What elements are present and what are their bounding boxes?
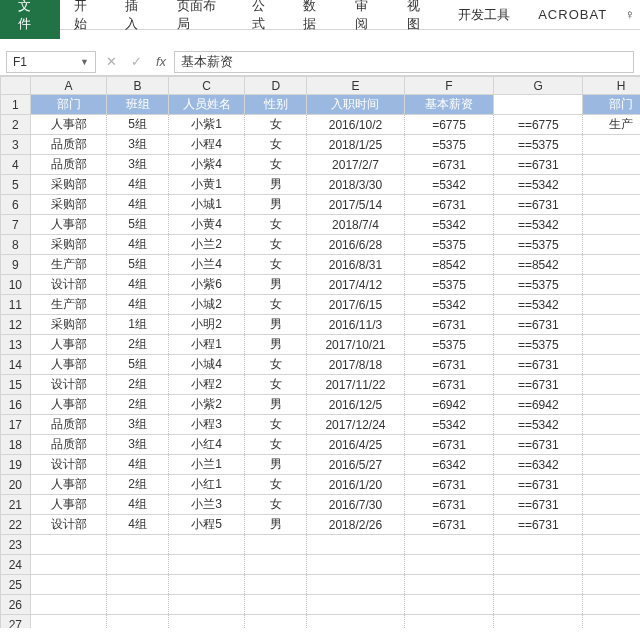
cell[interactable]: =5342 <box>404 415 493 435</box>
tab-review[interactable]: 审阅 <box>341 0 393 39</box>
cell[interactable] <box>404 615 493 629</box>
cell[interactable]: 小兰3 <box>168 495 245 515</box>
cell[interactable]: 部门 <box>30 95 107 115</box>
cell[interactable] <box>30 555 107 575</box>
tab-acrobat[interactable]: ACROBAT <box>524 1 621 28</box>
colhead-H[interactable]: H <box>583 77 640 95</box>
rowhead[interactable]: 2 <box>1 115 31 135</box>
cell[interactable]: ==6731 <box>494 355 583 375</box>
cell[interactable]: 2016/4/25 <box>307 435 405 455</box>
cell[interactable]: 2016/7/30 <box>307 495 405 515</box>
cell[interactable] <box>494 595 583 615</box>
cell[interactable] <box>168 595 245 615</box>
cell[interactable]: 3组 <box>107 135 169 155</box>
cell[interactable]: ==6731 <box>494 375 583 395</box>
cell[interactable] <box>245 575 307 595</box>
cell[interactable] <box>307 555 405 575</box>
cell[interactable] <box>307 595 405 615</box>
cell[interactable]: 女 <box>245 135 307 155</box>
cell[interactable]: 女 <box>245 475 307 495</box>
cell[interactable]: 部门 <box>583 95 640 115</box>
cell[interactable]: 男 <box>245 515 307 535</box>
tab-file[interactable]: 文件 <box>0 0 60 39</box>
cell[interactable]: 3组 <box>107 155 169 175</box>
cell[interactable]: 2016/1/20 <box>307 475 405 495</box>
cell[interactable] <box>168 535 245 555</box>
cell[interactable] <box>307 575 405 595</box>
cell[interactable] <box>245 615 307 629</box>
cell[interactable] <box>583 575 640 595</box>
rowhead[interactable]: 9 <box>1 255 31 275</box>
cell[interactable]: ==5342 <box>494 415 583 435</box>
cell[interactable] <box>494 575 583 595</box>
cell[interactable]: 小城2 <box>168 295 245 315</box>
cell[interactable]: 3组 <box>107 415 169 435</box>
cell[interactable]: 4组 <box>107 235 169 255</box>
cancel-icon[interactable]: ✕ <box>106 54 117 69</box>
cell[interactable] <box>307 615 405 629</box>
cell[interactable]: ==6731 <box>494 475 583 495</box>
cell[interactable]: 1组 <box>107 315 169 335</box>
cell[interactable]: 男 <box>245 175 307 195</box>
cell[interactable]: 5组 <box>107 255 169 275</box>
fx-icon[interactable]: fx <box>156 54 166 69</box>
rowhead[interactable]: 27 <box>1 615 31 629</box>
cell[interactable]: 人员姓名 <box>168 95 245 115</box>
cell[interactable]: 人事部 <box>30 495 107 515</box>
cell[interactable]: 小紫2 <box>168 395 245 415</box>
cell[interactable]: 入职时间 <box>307 95 405 115</box>
cell[interactable] <box>583 455 640 475</box>
cell[interactable] <box>107 555 169 575</box>
cell[interactable]: ==6731 <box>494 515 583 535</box>
cell[interactable]: 4组 <box>107 295 169 315</box>
cell[interactable] <box>583 555 640 575</box>
rowhead[interactable]: 19 <box>1 455 31 475</box>
cell[interactable] <box>583 195 640 215</box>
colhead-E[interactable]: E <box>307 77 405 95</box>
cell[interactable] <box>494 535 583 555</box>
cell[interactable]: ==6731 <box>494 435 583 455</box>
cell[interactable] <box>583 355 640 375</box>
cell[interactable] <box>30 535 107 555</box>
cell[interactable]: 设计部 <box>30 515 107 535</box>
cell[interactable]: 采购部 <box>30 175 107 195</box>
cell[interactable] <box>583 535 640 555</box>
cell[interactable]: 小程4 <box>168 135 245 155</box>
rowhead[interactable]: 7 <box>1 215 31 235</box>
cell[interactable] <box>494 555 583 575</box>
cell[interactable]: 3组 <box>107 435 169 455</box>
cell[interactable] <box>107 595 169 615</box>
cell[interactable] <box>30 595 107 615</box>
rowhead[interactable]: 5 <box>1 175 31 195</box>
cell[interactable] <box>583 615 640 629</box>
cell[interactable] <box>494 95 583 115</box>
cell[interactable]: 女 <box>245 375 307 395</box>
cell[interactable]: =5375 <box>404 135 493 155</box>
cell[interactable] <box>30 615 107 629</box>
cell[interactable]: 4组 <box>107 275 169 295</box>
rowhead[interactable]: 4 <box>1 155 31 175</box>
cell[interactable]: 小程5 <box>168 515 245 535</box>
rowhead[interactable]: 10 <box>1 275 31 295</box>
cell[interactable]: =6775 <box>404 115 493 135</box>
cell[interactable]: 设计部 <box>30 455 107 475</box>
cell[interactable]: 品质部 <box>30 155 107 175</box>
cell[interactable]: 设计部 <box>30 275 107 295</box>
formula-bar[interactable]: 基本薪资 <box>174 51 634 73</box>
cell[interactable]: ==6731 <box>494 195 583 215</box>
rowhead[interactable]: 1 <box>1 95 31 115</box>
cell[interactable]: ==5342 <box>494 215 583 235</box>
cell[interactable]: =5342 <box>404 175 493 195</box>
cell[interactable]: =6731 <box>404 315 493 335</box>
name-box[interactable]: F1 ▼ <box>6 51 96 73</box>
cell[interactable]: 5组 <box>107 115 169 135</box>
cell[interactable]: 5组 <box>107 355 169 375</box>
cell[interactable]: 2017/12/24 <box>307 415 405 435</box>
cell[interactable]: 2组 <box>107 475 169 495</box>
cell[interactable]: 女 <box>245 415 307 435</box>
cell[interactable] <box>107 615 169 629</box>
cell[interactable] <box>583 375 640 395</box>
rowhead[interactable]: 20 <box>1 475 31 495</box>
rowhead[interactable]: 16 <box>1 395 31 415</box>
rowhead[interactable]: 23 <box>1 535 31 555</box>
